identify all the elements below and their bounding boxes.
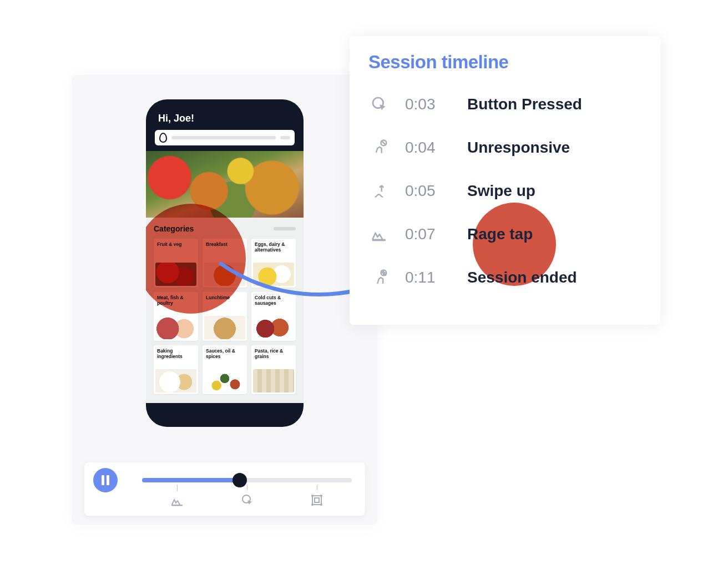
- timeline-event[interactable]: 0:07Rage tap: [368, 213, 641, 256]
- placeholder-line: [280, 136, 290, 139]
- event-marker[interactable]: [241, 485, 254, 507]
- session-ended-icon: [368, 269, 391, 286]
- category-thumbnail: [204, 369, 245, 392]
- category-thumbnail: [253, 316, 294, 339]
- category-thumbnail: [204, 316, 245, 339]
- category-label: Pasta, rice & grains: [255, 349, 292, 360]
- playback-bar: [84, 462, 365, 516]
- event-label: Session ended: [467, 269, 577, 286]
- timeline-event[interactable]: 0:05Swipe up: [368, 169, 641, 213]
- svg-rect-3: [315, 498, 319, 502]
- svg-rect-2: [312, 496, 321, 505]
- svg-rect-0: [171, 505, 183, 506]
- category-label: Baking ingredients: [157, 349, 195, 360]
- pause-button[interactable]: [93, 468, 118, 492]
- timeline-event[interactable]: 0:03Button Pressed: [368, 83, 641, 126]
- svg-point-4: [311, 495, 314, 497]
- location-search-field: [155, 130, 295, 145]
- category-thumbnail: [253, 369, 294, 392]
- event-marker[interactable]: [170, 485, 185, 507]
- category-thumbnail: [253, 263, 294, 286]
- svg-point-5: [320, 495, 322, 497]
- carousel-indicator: [274, 227, 296, 230]
- category-tile[interactable]: Cold cuts & sausages: [251, 292, 296, 341]
- event-timestamp: 0:03: [405, 95, 453, 113]
- event-timestamp: 0:04: [405, 139, 453, 157]
- event-timestamp: 0:11: [405, 269, 453, 286]
- rage-tap-icon: [368, 226, 391, 242]
- playback-track[interactable]: [142, 478, 352, 482]
- category-tile[interactable]: Pasta, rice & grains: [251, 345, 296, 394]
- event-label: Rage tap: [467, 225, 533, 243]
- event-label: Unresponsive: [467, 139, 570, 157]
- category-label: Sauces, oil & spices: [206, 349, 244, 360]
- rage-tap-icon: [170, 495, 185, 507]
- svg-point-7: [320, 503, 322, 506]
- category-label: Cold cuts & sausages: [255, 295, 292, 306]
- category-tile[interactable]: Eggs, dairy & alternatives: [251, 239, 296, 288]
- pointer-click-icon: [368, 95, 391, 113]
- session-timeline-card: Session timeline 0:03Button Pressed0:04U…: [350, 36, 660, 325]
- event-timestamp: 0:07: [405, 225, 453, 243]
- category-tile[interactable]: Baking ingredients: [154, 345, 198, 394]
- map-pin-icon: [159, 133, 167, 143]
- session-replay-panel: Hi, Joe! Categories Fruit & vegBreakfast…: [72, 75, 377, 525]
- category-label: Eggs, dairy & alternatives: [255, 242, 292, 253]
- category-tile[interactable]: Sauces, oil & spices: [203, 345, 247, 394]
- unresponsive-icon: [368, 139, 391, 157]
- event-marker[interactable]: [310, 485, 323, 507]
- event-label: Button Pressed: [467, 95, 582, 113]
- timeline-event[interactable]: 0:11Session ended: [368, 256, 641, 299]
- device-mock-phone: Hi, Joe! Categories Fruit & vegBreakfast…: [146, 99, 304, 427]
- playback-progress-fill: [142, 478, 236, 482]
- pointer-click-icon: [241, 494, 254, 507]
- event-timestamp: 0:05: [405, 182, 453, 200]
- swipe-up-icon: [368, 182, 391, 200]
- timeline-title: Session timeline: [368, 52, 641, 73]
- category-thumbnail: [155, 369, 196, 392]
- greeting-text: Hi, Joe!: [146, 99, 304, 130]
- group-icon: [310, 494, 323, 507]
- playback-event-markers: [142, 485, 352, 507]
- category-thumbnail: [155, 316, 196, 339]
- pause-icon: [102, 475, 104, 485]
- svg-rect-10: [372, 239, 386, 241]
- svg-point-6: [311, 503, 314, 506]
- event-label: Swipe up: [467, 182, 535, 200]
- placeholder-line: [171, 136, 276, 139]
- timeline-event[interactable]: 0:04Unresponsive: [368, 126, 641, 169]
